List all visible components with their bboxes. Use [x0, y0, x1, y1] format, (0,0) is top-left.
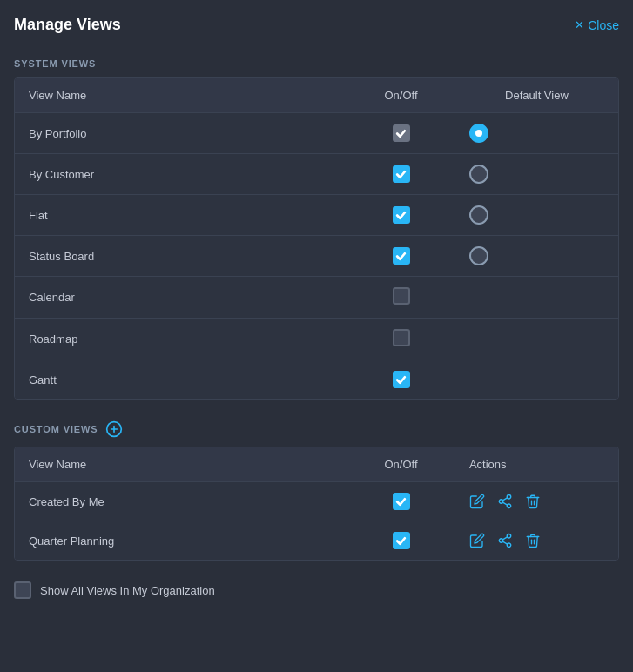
onoff-cell: [347, 360, 455, 400]
col-header-actions: Actions: [455, 447, 618, 482]
custom-views-table: View Name On/Off Actions Created By MeQu…: [15, 447, 618, 560]
table-row: Roadmap: [15, 319, 618, 360]
footer-row: Show All Views In My Organization: [14, 581, 619, 599]
view-name-cell: Created By Me: [15, 482, 347, 521]
default-view-cell: [455, 113, 618, 154]
system-views-table: View Name On/Off Default View By Portfol…: [15, 78, 618, 399]
onoff-cell: [347, 482, 455, 521]
table-row: Quarter Planning: [15, 521, 618, 561]
delete-icon[interactable]: [525, 533, 541, 548]
view-name-cell: By Customer: [15, 154, 347, 195]
onoff-cell: [347, 236, 455, 277]
checkbox-checked[interactable]: [393, 371, 410, 388]
table-row: Created By Me: [15, 482, 618, 521]
view-name-cell: Calendar: [15, 277, 347, 319]
col-header-name-custom: View Name: [15, 447, 347, 482]
edit-icon[interactable]: [469, 494, 485, 509]
view-name-cell: Roadmap: [15, 319, 347, 360]
checkbox-grey[interactable]: [393, 124, 410, 142]
radio-unselected[interactable]: [469, 246, 488, 265]
share-icon[interactable]: [497, 494, 513, 509]
onoff-cell: [347, 154, 455, 195]
custom-views-table-wrap: View Name On/Off Actions Created By MeQu…: [14, 447, 619, 561]
view-name-cell: By Portfolio: [15, 113, 347, 154]
default-view-cell: [455, 319, 618, 360]
add-custom-view-button[interactable]: [105, 420, 123, 438]
edit-icon[interactable]: [469, 533, 485, 548]
checkbox-checked[interactable]: [393, 247, 410, 265]
share-icon[interactable]: [497, 533, 513, 548]
close-x-icon: ✕: [575, 18, 584, 31]
header: Manage Views ✕ Close: [14, 16, 619, 34]
onoff-cell: [347, 113, 455, 154]
default-view-cell: [455, 360, 618, 400]
checkbox-checked[interactable]: [393, 165, 410, 183]
actions-cell: [455, 482, 618, 521]
view-name-cell: Gantt: [15, 360, 347, 400]
col-header-onoff-custom: On/Off: [347, 447, 455, 482]
custom-views-label: CUSTOM VIEWS: [14, 420, 619, 438]
delete-icon[interactable]: [525, 494, 541, 509]
col-header-onoff: On/Off: [347, 78, 455, 113]
manage-views-panel: Manage Views ✕ Close SYSTEM VIEWS View N…: [0, 0, 633, 672]
checkbox-checked[interactable]: [393, 532, 410, 549]
table-row: Flat: [15, 195, 618, 236]
view-name-cell: Flat: [15, 195, 347, 236]
onoff-cell: [347, 319, 455, 360]
checkbox-checked[interactable]: [393, 493, 410, 510]
show-all-views-checkbox[interactable]: [14, 581, 31, 599]
checkbox-checked[interactable]: [393, 206, 410, 224]
page-title: Manage Views: [14, 16, 121, 34]
svg-line-6: [502, 502, 507, 505]
view-name-cell: Status Board: [15, 236, 347, 277]
system-views-label: SYSTEM VIEWS: [14, 58, 619, 69]
close-button[interactable]: ✕ Close: [575, 18, 619, 32]
default-view-cell: [455, 195, 618, 236]
col-header-default: Default View: [455, 78, 618, 113]
default-view-cell: [455, 236, 618, 277]
svg-line-11: [502, 541, 507, 544]
table-row: Calendar: [15, 277, 618, 319]
radio-selected[interactable]: [469, 124, 488, 143]
table-row: By Customer: [15, 154, 618, 195]
table-row: Status Board: [15, 236, 618, 277]
onoff-cell: [347, 195, 455, 236]
system-views-table-wrap: View Name On/Off Default View By Portfol…: [14, 77, 619, 400]
checkbox-unchecked[interactable]: [393, 287, 410, 305]
onoff-cell: [347, 521, 455, 561]
col-header-name: View Name: [15, 78, 347, 113]
default-view-cell: [455, 154, 618, 195]
svg-line-7: [502, 498, 507, 501]
default-view-cell: [455, 277, 618, 319]
system-views-header-row: View Name On/Off Default View: [15, 78, 618, 113]
radio-unselected[interactable]: [469, 205, 488, 225]
svg-line-12: [502, 537, 507, 540]
radio-unselected[interactable]: [469, 165, 488, 184]
show-all-views-label: Show All Views In My Organization: [40, 584, 215, 597]
custom-views-header-row: View Name On/Off Actions: [15, 447, 618, 482]
checkbox-unchecked[interactable]: [393, 329, 410, 346]
actions-cell: [455, 521, 618, 561]
close-label: Close: [588, 18, 619, 32]
view-name-cell: Quarter Planning: [15, 521, 347, 561]
onoff-cell: [347, 277, 455, 319]
table-row: By Portfolio: [15, 113, 618, 154]
table-row: Gantt: [15, 360, 618, 400]
